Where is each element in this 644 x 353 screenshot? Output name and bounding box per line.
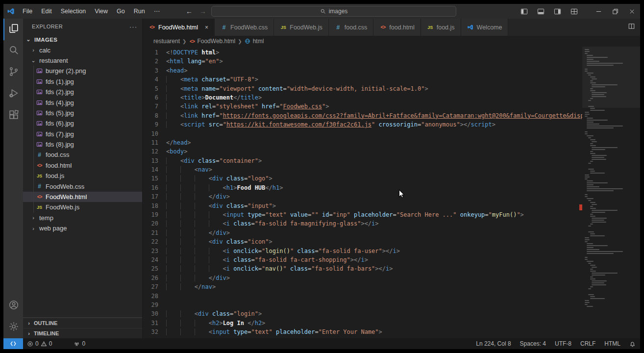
split-editor-icon [628, 23, 635, 32]
minimap-line [587, 120, 608, 121]
back-arrow-icon[interactable]: ← [186, 7, 193, 15]
minimap-line [588, 294, 594, 295]
ports-indicator[interactable]: 0 [70, 338, 89, 349]
tree-item-fds-5-jpg[interactable]: fds (5).jpg [23, 108, 142, 118]
close-tab-icon[interactable]: × [205, 24, 208, 31]
line-number: 20 [143, 219, 166, 228]
section-outline[interactable]: ›OUTLINE [23, 318, 142, 328]
chevron-right-icon: › [30, 47, 37, 53]
menu-run[interactable]: Run [129, 6, 149, 17]
tab-foodweb-js[interactable]: JSFoodWeb.js [274, 19, 328, 36]
tab-welcome[interactable]: Welcome [461, 19, 509, 36]
breadcrumb-item-foodweb-html[interactable]: <>FoodWeb.html [189, 38, 235, 45]
activitybar-explorer[interactable] [3, 19, 23, 40]
chevron-right-icon: › [26, 330, 32, 336]
status-spaces-4[interactable]: Spaces: 4 [516, 338, 550, 349]
tree-root-images[interactable]: ⌄IMAGES [23, 34, 142, 45]
menu-view[interactable]: View [90, 6, 112, 17]
activitybar-search[interactable] [3, 40, 23, 62]
toggle-secondary-sidebar-icon[interactable] [549, 4, 566, 19]
minimap[interactable] [582, 47, 640, 338]
problems-indicator[interactable]: 0 0 [23, 338, 56, 349]
minimap-line [590, 145, 596, 146]
minimap-line [590, 271, 596, 272]
close-button[interactable] [623, 4, 640, 19]
split-editor-button[interactable] [628, 19, 640, 36]
line-number: 24 [143, 255, 166, 264]
minimap-line [587, 247, 594, 248]
tree-item-food-js[interactable]: JSfood.js [23, 171, 142, 181]
menu-edit[interactable]: Edit [37, 6, 56, 17]
tree-item-food-html[interactable]: <>food.html [23, 160, 142, 171]
minimap-line [590, 161, 593, 162]
activitybar-account[interactable] [3, 295, 23, 317]
status-crlf[interactable]: CRLF [576, 338, 600, 349]
image-file-icon [36, 120, 43, 127]
tab-food-html[interactable]: <>food.html [373, 19, 421, 36]
files-icon [8, 23, 19, 36]
menu-go[interactable]: Go [112, 6, 129, 17]
globe-icon [245, 38, 251, 45]
minimap-line [590, 80, 593, 81]
notifications-bell[interactable] [625, 338, 640, 349]
command-center-search[interactable]: images [211, 6, 456, 17]
search-icon [320, 8, 326, 14]
code-line-13: 13 <div class="container"> [143, 156, 582, 165]
minimize-button[interactable] [590, 4, 607, 19]
tree-item-food-css[interactable]: #food.css [23, 150, 142, 160]
activitybar-source-control[interactable] [3, 62, 23, 83]
restore-button[interactable] [607, 4, 623, 19]
tree-item-fds-2-jpg[interactable]: fds (2).jpg [23, 87, 142, 97]
code-line-32: 32 <input type="text" placeholder="Enter… [143, 328, 582, 336]
code-line-28: 28 [143, 292, 582, 301]
forward-arrow-icon[interactable]: → [199, 7, 206, 15]
menu-selection[interactable]: Selection [56, 6, 90, 17]
code-line-16: 16 <h1>Food HUB</h1> [143, 183, 582, 192]
tree-item-fds-7-jpg[interactable]: fds (7).jpg [23, 129, 142, 139]
tree-item-fds-6-jpg[interactable]: fds (6).jpg [23, 118, 142, 128]
tree-item-fds-1-jpg[interactable]: fds (1).jpg [23, 76, 142, 87]
minimap-line [590, 298, 605, 299]
tree-item-foodweb-js[interactable]: JSFoodWeb.js [23, 202, 142, 212]
minimap-line [592, 212, 605, 213]
status-utf-8[interactable]: UTF-8 [550, 338, 576, 349]
tree-item-calc[interactable]: ›calc [23, 45, 142, 55]
status-ln-224-col-8[interactable]: Ln 224, Col 8 [471, 338, 515, 349]
tab-food-css[interactable]: #food.css [329, 19, 374, 36]
vscode-logo-icon[interactable] [3, 7, 18, 15]
customize-layout-icon[interactable] [566, 4, 582, 19]
minimap-line [592, 204, 597, 205]
tab-foodweb-html[interactable]: <>FoodWeb.html× [143, 19, 215, 36]
section-timeline[interactable]: ›TIMELINE [23, 328, 142, 338]
sidebar-bottom-sections: ›OUTLINE›TIMELINE [23, 317, 142, 338]
tab-food-js[interactable]: JSfood.js [421, 19, 461, 36]
toggle-panel-icon[interactable] [532, 4, 549, 19]
tree-item-temp[interactable]: ›temp [23, 213, 142, 223]
tab-foodweb-css[interactable]: #FoodWeb.css [215, 19, 274, 36]
activitybar-extensions[interactable] [3, 105, 23, 126]
minimap-line [587, 126, 623, 126]
tree-item-foodweb-css[interactable]: #FoodWeb.css [23, 181, 142, 191]
code-editor[interactable]: 1<!DOCTYPE html>2<html lang="en">3<head>… [143, 47, 582, 338]
tree-item-burger-2-png[interactable]: burger (2).png [23, 66, 142, 76]
menu-file[interactable]: File [18, 6, 37, 17]
menu-[interactable]: ⋯ [149, 6, 165, 17]
remote-indicator[interactable] [3, 338, 23, 349]
tree-item-web-page[interactable]: ›web page [23, 223, 142, 233]
minimap-line [587, 127, 614, 128]
breadcrumb-item-html[interactable]: html [245, 38, 264, 45]
tree-item-restuarent[interactable]: ⌄restuarent [23, 55, 142, 66]
radio-tower-icon [74, 341, 80, 347]
status-html[interactable]: HTML [600, 338, 625, 349]
tree-item-foodweb-html[interactable]: <>FoodWeb.html [23, 192, 142, 202]
tree-item-fds-8-jpg[interactable]: fds (8).jpg [23, 139, 142, 150]
line-number: 16 [143, 183, 166, 192]
activitybar-run-debug[interactable] [3, 83, 23, 105]
breadcrumb-item-restuarent[interactable]: restuarent [153, 38, 180, 45]
line-number: 1 [143, 48, 166, 57]
minimap-line [585, 49, 589, 50]
activitybar-settings[interactable] [3, 317, 23, 338]
toggle-sidebar-icon[interactable] [516, 4, 532, 19]
tree-item-fds-4-jpg[interactable]: fds (4).jpg [23, 97, 142, 107]
explorer-actions-icon[interactable]: ··· [129, 23, 137, 30]
